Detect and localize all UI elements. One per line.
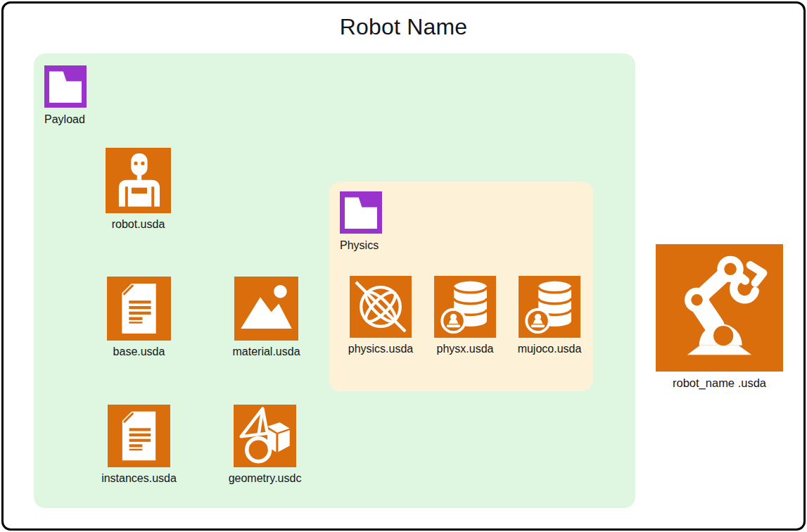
file-label: physx.usda	[437, 343, 494, 355]
document-icon	[107, 277, 171, 341]
physics-folder: Physics	[340, 191, 382, 252]
database-stamp-icon	[434, 276, 496, 338]
file-material-usda: material.usda	[234, 277, 298, 358]
file-label: mujoco.usda	[518, 343, 582, 355]
physics-folder-label: Physics	[340, 239, 382, 252]
payload-folder: Payload	[44, 65, 87, 126]
file-label: geometry.usdc	[229, 472, 302, 485]
file-physx-usda: physx.usda	[434, 276, 496, 355]
file-robot-name-usda: robot_name .usda	[656, 244, 783, 390]
file-label: physics.usda	[348, 343, 414, 355]
image-icon	[234, 277, 298, 341]
robot-arm-icon	[656, 244, 783, 372]
robot-bust-icon	[106, 148, 171, 213]
database-stamp-icon	[519, 276, 580, 338]
file-robot-usda: robot.usda	[106, 148, 171, 231]
folder-icon	[340, 191, 382, 234]
file-label: base.usda	[113, 346, 165, 358]
shapes-icon	[234, 405, 296, 467]
gyroscope-icon	[350, 276, 412, 338]
payload-folder-label: Payload	[44, 113, 87, 126]
file-label: material.usda	[232, 346, 300, 358]
file-physics-usda: physics.usda	[350, 276, 412, 355]
document-icon	[108, 405, 170, 467]
file-label: robot_name .usda	[673, 376, 766, 390]
robot-usd-structure-diagram: Robot Name Payload robot.usda	[0, 0, 807, 532]
file-base-usda: base.usda	[107, 277, 171, 358]
file-instances-usda: instances.usda	[108, 405, 170, 485]
file-label: robot.usda	[112, 218, 165, 231]
diagram-title: Robot Name	[0, 15, 807, 39]
file-mujoco-usda: mujoco.usda	[519, 276, 580, 355]
folder-icon	[44, 65, 87, 108]
file-label: instances.usda	[101, 472, 177, 485]
file-geometry-usdc: geometry.usdc	[234, 405, 296, 485]
